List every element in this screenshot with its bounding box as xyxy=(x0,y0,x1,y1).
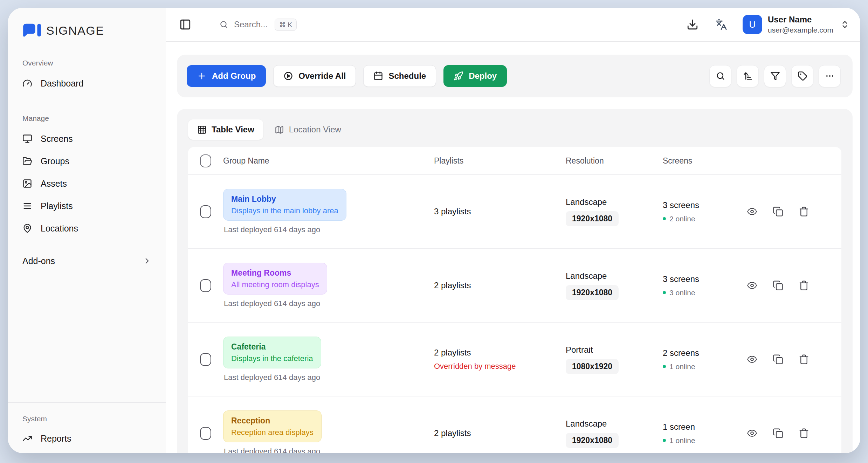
search-groups-button[interactable] xyxy=(709,65,731,87)
column-header-group-name: Group Name xyxy=(223,156,434,166)
online-count: 1 online xyxy=(669,436,695,445)
duplicate-button[interactable] xyxy=(773,206,783,217)
view-button[interactable] xyxy=(747,354,757,365)
row-checkbox[interactable] xyxy=(200,279,211,292)
download-button[interactable] xyxy=(687,19,698,30)
duplicate-button[interactable] xyxy=(773,428,783,438)
view-button[interactable] xyxy=(747,428,757,438)
group-badge[interactable]: Reception Reception area displays xyxy=(223,410,322,443)
page-content: Add Group Override All Schedule xyxy=(166,42,860,453)
sidebar: SIGNAGE Overview Dashboard Manage Screen… xyxy=(8,8,166,453)
group-name: Meeting Rooms xyxy=(231,268,319,278)
override-all-button[interactable]: Override All xyxy=(273,65,356,87)
duplicate-button[interactable] xyxy=(773,280,783,291)
add-group-button[interactable]: Add Group xyxy=(187,65,266,87)
tab-location-view[interactable]: Location View xyxy=(271,119,345,140)
map-icon xyxy=(275,125,284,134)
orientation-label: Landscape xyxy=(566,271,663,281)
row-checkbox[interactable] xyxy=(200,205,211,218)
rocket-icon xyxy=(454,71,463,81)
map-pin-icon xyxy=(22,223,32,233)
resolution-badge: 1920x1080 xyxy=(566,433,619,448)
playlists-count: 3 playlists xyxy=(434,207,566,216)
table-row: Meeting Rooms All meeting room displays … xyxy=(188,249,841,323)
online-dot xyxy=(663,365,666,368)
duplicate-button[interactable] xyxy=(773,354,783,365)
folder-open-icon xyxy=(22,156,32,166)
groups-table: Group Name Playlists Resolution Screens … xyxy=(188,147,841,453)
schedule-label: Schedule xyxy=(388,71,426,81)
section-label-overview: Overview xyxy=(8,59,166,67)
user-menu[interactable]: U User Name user@example.com xyxy=(743,15,849,34)
group-description: Displays in the cafeteria xyxy=(231,353,313,364)
search-input[interactable]: Search... ⌘ K xyxy=(219,19,297,31)
sidebar-item-locations[interactable]: Locations xyxy=(8,217,166,240)
filter-button[interactable] xyxy=(764,65,786,87)
table-header-row: Group Name Playlists Resolution Screens xyxy=(188,147,841,175)
sidebar-item-label: Playlists xyxy=(41,201,73,211)
online-count: 3 online xyxy=(669,289,695,297)
user-email: user@example.com xyxy=(768,26,833,34)
trending-up-icon xyxy=(22,434,32,443)
view-button[interactable] xyxy=(747,280,757,291)
sidebar-toggle-button[interactable] xyxy=(179,19,191,30)
sidebar-item-playlists[interactable]: Playlists xyxy=(8,195,166,217)
view-button[interactable] xyxy=(747,206,757,217)
group-actions-toolbar: Add Group Override All Schedule xyxy=(177,55,853,97)
delete-button[interactable] xyxy=(799,206,809,217)
search-icon xyxy=(219,20,228,29)
sidebar-item-dashboard[interactable]: Dashboard xyxy=(8,72,166,95)
override-all-label: Override All xyxy=(298,71,346,81)
list-icon xyxy=(22,201,32,211)
delete-button[interactable] xyxy=(799,354,809,365)
online-dot xyxy=(663,291,666,294)
sidebar-item-addons[interactable]: Add-ons xyxy=(8,249,166,272)
schedule-button[interactable]: Schedule xyxy=(363,65,436,87)
select-all-checkbox[interactable] xyxy=(200,154,211,167)
sidebar-item-groups[interactable]: Groups xyxy=(8,150,166,172)
sidebar-item-screens[interactable]: Screens xyxy=(8,127,166,150)
group-name: Cafeteria xyxy=(231,341,313,352)
deploy-button[interactable]: Deploy xyxy=(443,65,507,87)
resolution-badge: 1920x1080 xyxy=(566,211,619,226)
group-badge[interactable]: Main Lobby Displays in the main lobby ar… xyxy=(223,189,346,221)
brand-name: SIGNAGE xyxy=(46,24,104,37)
sidebar-item-label: Groups xyxy=(41,156,69,166)
sidebar-bottom-section: System Reports xyxy=(8,402,166,453)
user-name: User Name xyxy=(768,15,833,25)
section-label-manage: Manage xyxy=(8,114,166,123)
section-label-system: System xyxy=(8,415,166,423)
main-area: Search... ⌘ K U User Name user@example.c… xyxy=(166,8,860,453)
group-badge[interactable]: Meeting Rooms All meeting room displays xyxy=(223,263,327,295)
sort-button[interactable] xyxy=(737,65,759,87)
group-name: Reception xyxy=(231,415,314,426)
language-button[interactable] xyxy=(715,19,727,30)
screens-count: 2 screens xyxy=(663,348,742,358)
monitor-icon xyxy=(22,134,32,144)
group-badge[interactable]: Cafeteria Displays in the cafeteria xyxy=(223,337,321,369)
brand-logo: SIGNAGE xyxy=(8,8,166,39)
screens-count: 3 screens xyxy=(663,274,742,284)
topbar-right: U User Name user@example.com xyxy=(687,15,849,34)
tab-location-view-label: Location View xyxy=(289,125,341,134)
override-status: Overridden by message xyxy=(434,362,566,371)
sidebar-item-assets[interactable]: Assets xyxy=(8,172,166,195)
orientation-label: Landscape xyxy=(566,197,663,207)
tab-table-view[interactable]: Table View xyxy=(188,119,263,140)
groups-panel: Table View Location View Group Name xyxy=(177,109,853,453)
sidebar-item-reports[interactable]: Reports xyxy=(8,427,166,450)
last-deployed-text: Last deployed 614 days ago xyxy=(223,225,434,234)
delete-button[interactable] xyxy=(799,280,809,291)
row-checkbox[interactable] xyxy=(200,427,211,440)
screens-count: 3 screens xyxy=(663,200,742,210)
orientation-label: Landscape xyxy=(566,419,663,429)
row-checkbox[interactable] xyxy=(200,353,211,366)
gauge-icon xyxy=(22,78,32,88)
tag-button[interactable] xyxy=(791,65,813,87)
sidebar-item-label: Assets xyxy=(41,179,67,189)
delete-button[interactable] xyxy=(799,428,809,438)
more-options-button[interactable] xyxy=(819,65,841,87)
topbar: Search... ⌘ K U User Name user@example.c… xyxy=(166,8,860,42)
orientation-label: Portrait xyxy=(566,345,663,355)
app-window: SIGNAGE Overview Dashboard Manage Screen… xyxy=(8,8,860,453)
